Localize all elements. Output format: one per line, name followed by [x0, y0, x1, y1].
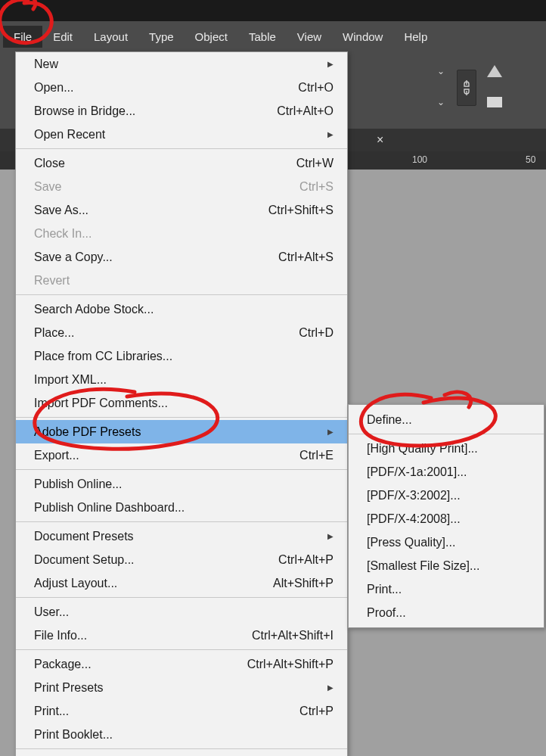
- ruler-tick: 50: [526, 154, 535, 165]
- submenu-item[interactable]: Proof...: [349, 601, 544, 624]
- close-tab-icon[interactable]: ×: [377, 133, 383, 147]
- menu-item-label: Search Adobe Stock...: [34, 303, 154, 316]
- submenu-item[interactable]: [Press Quality]...: [349, 530, 544, 554]
- menu-view[interactable]: View: [287, 26, 332, 48]
- menu-item-label: Save As...: [34, 204, 88, 217]
- dropdown-chevron-icon[interactable]: ⌄: [437, 66, 445, 76]
- menu-item[interactable]: User...: [16, 600, 347, 624]
- menu-item[interactable]: Print Booklet...: [16, 723, 347, 746]
- menu-item: Revert: [16, 269, 347, 292]
- menu-item-shortcut: Ctrl+Shift+S: [268, 204, 333, 217]
- menu-item-label: Revert: [34, 274, 70, 288]
- menu-item-label: Place...: [34, 326, 74, 340]
- submenu-item[interactable]: [High Quality Print]...: [349, 437, 544, 460]
- menu-item[interactable]: File Info...Ctrl+Alt+Shift+I: [16, 624, 347, 647]
- menu-item[interactable]: Print...Ctrl+P: [16, 699, 347, 723]
- pdf-presets-submenu: Define...[High Quality Print]...[PDF/X-1…: [348, 404, 544, 628]
- submenu-arrow-icon: ▶: [327, 532, 333, 540]
- menu-item-label: Open...: [34, 81, 73, 95]
- submenu-item[interactable]: [Smallest File Size]...: [349, 554, 544, 577]
- menu-item[interactable]: New▶: [16, 52, 347, 76]
- menu-item[interactable]: Search Adobe Stock...: [16, 297, 347, 321]
- menu-item[interactable]: Document Setup...Ctrl+Alt+P: [16, 548, 347, 571]
- menu-item-label: Import PDF Comments...: [34, 397, 168, 410]
- menu-object[interactable]: Object: [185, 26, 238, 48]
- menu-help[interactable]: Help: [393, 26, 438, 48]
- menu-item[interactable]: Publish Online...: [16, 472, 347, 496]
- submenu-arrow-icon: ▶: [327, 130, 333, 138]
- submenu-item[interactable]: Define...: [349, 408, 544, 431]
- menu-item-label: Export...: [34, 449, 79, 462]
- file-menu-dropdown: New▶Open...Ctrl+OBrowse in Bridge...Ctrl…: [15, 51, 348, 756]
- submenu-item[interactable]: [PDF/X-1a:2001]...: [349, 460, 544, 484]
- menu-item[interactable]: Package...Ctrl+Alt+Shift+P: [16, 652, 347, 676]
- menu-item-label: Adobe PDF Presets: [34, 425, 141, 439]
- title-bar: [0, 0, 546, 21]
- menu-item-shortcut: Ctrl+W: [296, 157, 333, 170]
- menu-item[interactable]: Print Presets▶: [16, 676, 347, 699]
- menu-item[interactable]: Publish Online Dashboard...: [16, 496, 347, 519]
- menu-item[interactable]: Export...Ctrl+E: [16, 443, 347, 467]
- menu-item[interactable]: Adobe PDF Presets▶: [16, 420, 347, 443]
- menu-item-shortcut: Ctrl+Alt+O: [277, 104, 333, 118]
- menu-item[interactable]: Open Recent▶: [16, 123, 347, 146]
- menu-item-label: Save: [34, 180, 61, 194]
- menu-item-label: User...: [34, 605, 69, 619]
- menu-window[interactable]: Window: [332, 26, 393, 48]
- menu-item-shortcut: Ctrl+Alt+P: [278, 553, 333, 567]
- menu-item-label: Open Recent: [34, 128, 105, 142]
- menu-bar: FileEditLayoutTypeObjectTableViewWindowH…: [0, 21, 546, 51]
- menu-item-label: New: [34, 58, 58, 71]
- menu-item-label: Place from CC Libraries...: [34, 350, 172, 363]
- menu-item-shortcut: Ctrl+O: [298, 81, 333, 95]
- submenu-arrow-icon: ▶: [327, 60, 333, 68]
- menu-item[interactable]: Save a Copy...Ctrl+Alt+S: [16, 245, 347, 269]
- menu-item[interactable]: Import XML...: [16, 368, 347, 391]
- menu-item[interactable]: Place...Ctrl+D: [16, 321, 347, 344]
- menu-item[interactable]: Adjust Layout...Alt+Shift+P: [16, 571, 347, 595]
- menu-item-label: Document Setup...: [34, 553, 135, 567]
- menu-item[interactable]: Import PDF Comments...: [16, 391, 347, 415]
- flip-icon[interactable]: [487, 65, 502, 77]
- menu-type[interactable]: Type: [138, 26, 185, 48]
- menu-item-shortcut: Ctrl+D: [299, 326, 333, 340]
- menu-item: Check In...: [16, 222, 347, 245]
- menu-item-shortcut: Ctrl+E: [299, 449, 333, 462]
- menu-item-shortcut: Alt+Shift+P: [273, 577, 333, 590]
- menu-item-label: Browse in Bridge...: [34, 104, 135, 118]
- menu-layout[interactable]: Layout: [83, 26, 138, 48]
- menu-item-label: Save a Copy...: [34, 250, 113, 264]
- submenu-arrow-icon: ▶: [327, 428, 333, 436]
- shear-icon[interactable]: [487, 97, 502, 107]
- submenu-arrow-icon: ▶: [327, 683, 333, 692]
- menu-item-label: Import XML...: [34, 373, 107, 387]
- menu-item[interactable]: Document Presets▶: [16, 524, 347, 548]
- submenu-item[interactable]: Print...: [349, 577, 544, 601]
- menu-item-shortcut: Ctrl+P: [299, 705, 333, 718]
- menu-item-label: Document Presets: [34, 530, 134, 543]
- menu-item[interactable]: ExitCtrl+Q: [16, 751, 347, 756]
- menu-item-label: File Info...: [34, 629, 87, 642]
- menu-item-shortcut: Ctrl+Alt+S: [278, 250, 333, 264]
- submenu-item[interactable]: [PDF/X-4:2008]...: [349, 507, 544, 530]
- menu-item-label: Close: [34, 157, 65, 170]
- menu-item-label: Print...: [34, 705, 69, 718]
- menu-table[interactable]: Table: [238, 26, 287, 48]
- menu-item[interactable]: Place from CC Libraries...: [16, 344, 347, 368]
- menu-item-label: Publish Online...: [34, 478, 123, 491]
- menu-item-label: Adjust Layout...: [34, 577, 117, 590]
- menu-item-shortcut: Ctrl+S: [299, 180, 333, 194]
- menu-item-label: Print Presets: [34, 681, 104, 695]
- menu-edit[interactable]: Edit: [42, 26, 83, 48]
- menu-item[interactable]: Open...Ctrl+O: [16, 76, 347, 99]
- menu-item[interactable]: Save As...Ctrl+Shift+S: [16, 198, 347, 222]
- submenu-item[interactable]: [PDF/X-3:2002]...: [349, 484, 544, 507]
- menu-file[interactable]: File: [3, 26, 42, 48]
- menu-item[interactable]: Browse in Bridge...Ctrl+Alt+O: [16, 99, 347, 123]
- menu-item[interactable]: CloseCtrl+W: [16, 151, 347, 175]
- dropdown-chevron-icon[interactable]: ⌄: [437, 97, 445, 107]
- menu-item-shortcut: Ctrl+Alt+Shift+I: [252, 629, 333, 642]
- ruler-tick: 100: [412, 154, 427, 165]
- menu-item-label: Package...: [34, 658, 92, 671]
- menu-item: SaveCtrl+S: [16, 175, 347, 198]
